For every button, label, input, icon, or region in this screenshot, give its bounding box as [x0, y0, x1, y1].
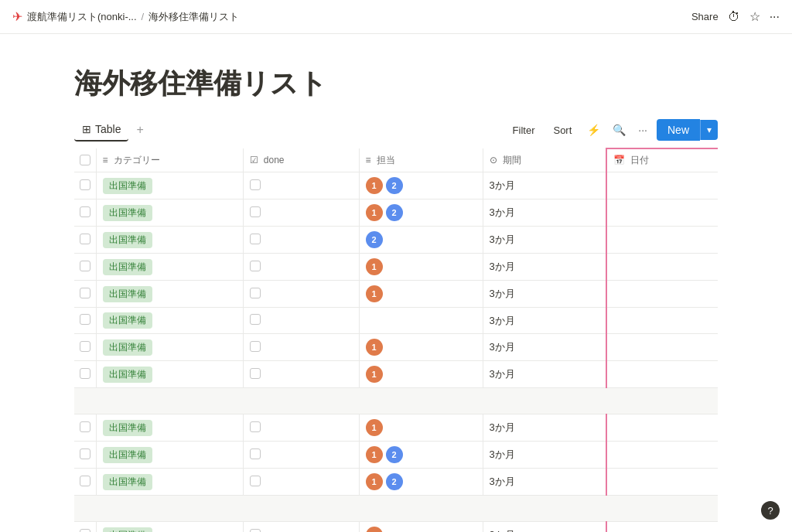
more-options-icon[interactable]: ··· [770, 10, 780, 24]
table-row: 出国準備13か月 [74, 361, 718, 388]
favorite-icon[interactable]: ☆ [749, 9, 760, 24]
assignee-badge: 2 [366, 231, 383, 248]
row-checkbox[interactable] [80, 448, 90, 459]
add-view-button[interactable]: + [131, 118, 148, 142]
row-date-cell[interactable] [606, 200, 718, 227]
table-row: 出国準備123か月 [74, 469, 718, 496]
table-row: 出国準備23か月 [74, 227, 718, 254]
done-checkbox[interactable] [250, 368, 261, 379]
table-row: 出国準備3か月 [74, 308, 718, 334]
row-date-cell[interactable] [606, 172, 718, 200]
row-category-cell: 出国準備 [96, 254, 243, 281]
row-date-cell[interactable] [606, 308, 718, 334]
done-checkbox[interactable] [250, 476, 261, 486]
row-period-cell: 3か月 [483, 281, 606, 308]
row-checkbox[interactable] [80, 476, 90, 486]
more-toolbar-icon[interactable]: ··· [635, 121, 650, 139]
row-done-cell [243, 442, 359, 469]
row-checkbox[interactable] [80, 288, 90, 298]
row-checkbox[interactable] [80, 261, 90, 271]
col-header-period[interactable]: ⊙ 期間 [483, 148, 606, 172]
assignee-badge: 1 [366, 177, 383, 194]
row-period-cell: 3か月 [483, 361, 606, 388]
tab-table[interactable]: ⊞ Table [74, 118, 128, 142]
row-assignee-cell: 2 [359, 227, 483, 254]
done-checkbox[interactable] [250, 179, 261, 190]
new-button-dropdown[interactable]: ▾ [700, 120, 718, 140]
row-period-cell: 3か月 [483, 227, 606, 254]
top-navigation: ✈ 渡航準備リスト(nonki-... / 海外移住準備リスト Share ⏱ … [0, 0, 792, 34]
done-checkbox[interactable] [250, 314, 261, 325]
filter-button[interactable]: Filter [507, 121, 541, 139]
row-done-cell [243, 308, 359, 334]
row-checkbox[interactable] [80, 314, 90, 325]
col-header-category[interactable]: ≡ カテゴリー [96, 148, 243, 172]
breadcrumb-item-2[interactable]: 海外移住準備リスト [148, 10, 239, 24]
done-checkbox[interactable] [250, 288, 261, 298]
done-checkbox[interactable] [250, 448, 261, 459]
done-checkbox[interactable] [250, 261, 261, 271]
row-check-cell [74, 469, 96, 496]
data-table: ≡ カテゴリー ☑ done ≡ 担当 ⊙ 期間 [74, 148, 718, 532]
row-checkbox[interactable] [80, 529, 90, 533]
new-button[interactable]: New [657, 119, 700, 141]
assignee-badge: 1 [366, 527, 383, 532]
search-icon[interactable]: 🔍 [609, 121, 629, 139]
row-date-cell[interactable] [606, 334, 718, 361]
row-date-cell[interactable] [606, 522, 718, 533]
row-checkbox[interactable] [80, 179, 90, 190]
col-assignee-label: 担当 [377, 155, 395, 165]
row-assignee-cell: 12 [359, 442, 483, 469]
done-checkbox[interactable] [250, 206, 261, 217]
table-header-row: ≡ カテゴリー ☑ done ≡ 担当 ⊙ 期間 [74, 148, 718, 172]
row-date-cell[interactable] [606, 281, 718, 308]
category-badge: 出国準備 [103, 312, 152, 329]
col-header-assignee[interactable]: ≡ 担当 [359, 148, 483, 172]
assignee-badge: 1 [366, 419, 383, 436]
row-date-cell[interactable] [606, 442, 718, 469]
help-button[interactable]: ? [761, 501, 780, 520]
assignee-badge: 1 [366, 473, 383, 490]
col-header-done[interactable]: ☑ done [243, 148, 359, 172]
row-checkbox[interactable] [80, 368, 90, 379]
row-period-cell: 3か月 [483, 200, 606, 227]
col-done-icon: ☑ [250, 155, 258, 165]
col-period-icon: ⊙ [490, 155, 497, 165]
row-date-cell[interactable] [606, 469, 718, 496]
col-header-check [74, 148, 96, 172]
breadcrumb-item-1[interactable]: 渡航準備リスト(nonki-... [27, 10, 137, 24]
header-checkbox[interactable] [80, 155, 90, 165]
row-checkbox[interactable] [80, 341, 90, 352]
row-checkbox[interactable] [80, 421, 90, 432]
col-done-label: done [264, 155, 285, 165]
page-title: 海外移住準備リスト [74, 65, 718, 103]
col-header-date[interactable]: 📅 日付 [606, 148, 718, 172]
category-badge: 出国準備 [103, 232, 152, 248]
row-period-cell: 3か月 [483, 254, 606, 281]
lightning-icon[interactable]: ⚡ [584, 121, 603, 139]
category-badge: 出国準備 [103, 420, 152, 436]
row-done-cell [243, 469, 359, 496]
assignee-badge: 1 [366, 339, 383, 356]
done-checkbox[interactable] [250, 341, 261, 352]
row-check-cell [74, 254, 96, 281]
row-checkbox[interactable] [80, 234, 90, 244]
row-assignee-cell: 1 [359, 522, 483, 533]
row-date-cell[interactable] [606, 227, 718, 254]
row-period-cell: 3か月 [483, 522, 606, 533]
row-assignee-cell: 12 [359, 172, 483, 200]
row-checkbox[interactable] [80, 206, 90, 217]
sort-button[interactable]: Sort [547, 121, 578, 139]
share-button[interactable]: Share [691, 11, 719, 22]
row-check-cell [74, 281, 96, 308]
history-icon[interactable]: ⏱ [728, 10, 740, 24]
done-checkbox[interactable] [250, 234, 261, 244]
done-checkbox[interactable] [250, 529, 261, 533]
row-date-cell[interactable] [606, 254, 718, 281]
row-category-cell: 出国準備 [96, 172, 243, 200]
row-period-cell: 3か月 [483, 334, 606, 361]
row-date-cell[interactable] [606, 361, 718, 388]
done-checkbox[interactable] [250, 421, 261, 432]
row-date-cell[interactable] [606, 414, 718, 442]
row-check-cell [74, 200, 96, 227]
